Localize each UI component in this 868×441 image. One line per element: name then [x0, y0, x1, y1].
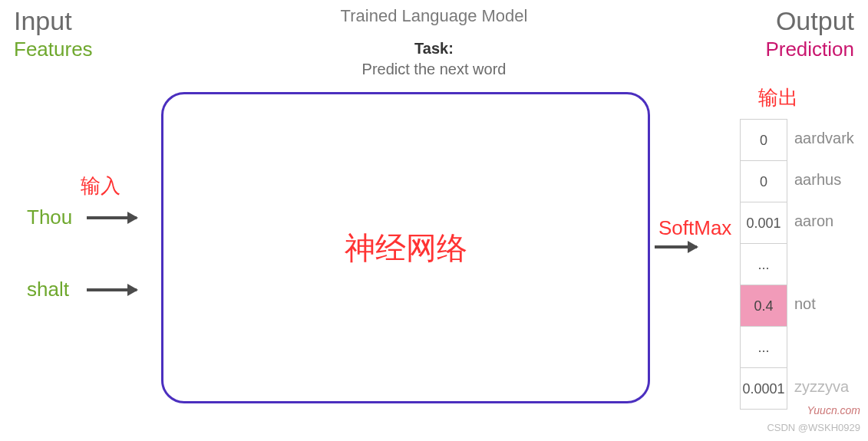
model-title: Trained Language Model	[0, 6, 868, 26]
arrow-input-2	[87, 288, 137, 291]
table-cell: 0	[741, 161, 787, 202]
table-label: aaron	[794, 212, 833, 230]
table-label: aardvark	[794, 130, 854, 147]
watermark-csdn: CSDN @WSKH0929	[767, 422, 860, 433]
output-section: Output Prediction	[765, 6, 854, 61]
table-cell: 0	[741, 120, 787, 161]
table-label: aarhus	[794, 171, 841, 189]
arrow-input-1	[87, 216, 137, 219]
table-cell-highlight: 0.4	[741, 285, 787, 327]
network-label: 神经网络	[345, 227, 467, 269]
table-label: zyzzyva	[794, 378, 849, 396]
table-cell: 0.001	[741, 202, 787, 244]
arrow-softmax	[655, 245, 697, 248]
output-subtitle: Prediction	[765, 38, 854, 61]
input-word-2: shalt	[27, 278, 69, 301]
annotation-softmax: SoftMax	[658, 216, 731, 240]
probability-table: 0 0 0.001 ... 0.4 ... 0.0001	[740, 119, 787, 410]
annotation-input: 输入	[81, 173, 120, 199]
task-label: Task:	[0, 40, 868, 58]
input-word-1: Thou	[27, 206, 72, 229]
table-cell: ...	[741, 244, 787, 285]
output-title: Output	[765, 6, 854, 36]
network-box: 神经网络	[161, 92, 650, 403]
table-cell: ...	[741, 327, 787, 368]
watermark: Yuucn.com	[807, 404, 860, 416]
table-label: not	[794, 295, 816, 313]
center-header: Trained Language Model Task: Predict the…	[0, 6, 868, 78]
table-cell: 0.0001	[741, 368, 787, 410]
task-description: Predict the next word	[0, 61, 868, 78]
annotation-output: 输出	[758, 84, 798, 111]
